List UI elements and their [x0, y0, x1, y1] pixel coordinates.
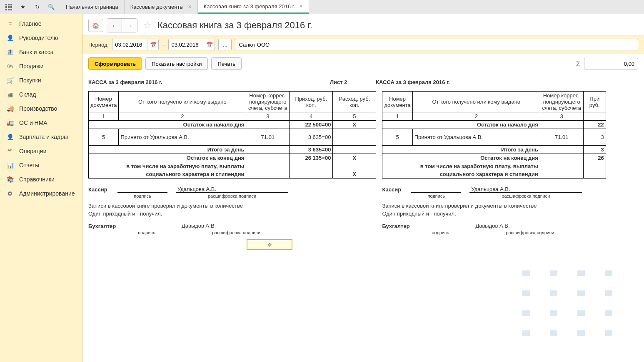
sidebar-item-sales[interactable]: 🛍Продажи	[0, 59, 82, 73]
accountant-name: Давыдов А.В.	[180, 223, 292, 229]
sidebar-item-salary[interactable]: 👤Зарплата и кадры	[0, 130, 82, 144]
col-header: Номер документа	[382, 92, 412, 112]
sidebar: ≡Главное 👤Руководителю 🏦Банк и касса 🛍Пр…	[0, 14, 82, 362]
col-header: При руб.	[583, 92, 606, 112]
col-header: Расход, руб. коп.	[333, 92, 376, 112]
sidebar-item-label: Справочники	[19, 176, 55, 183]
sum-input[interactable]	[584, 58, 638, 69]
sidebar-item-label: Покупки	[19, 77, 41, 84]
star-icon[interactable]: ★	[16, 0, 30, 14]
sidebar-item-label: Банк и касса	[19, 49, 53, 55]
sidebar-item-label: ОС и НМА	[19, 119, 47, 126]
svg-rect-7	[8, 9, 10, 10]
organization-input[interactable]	[235, 39, 638, 50]
move-cursor-icon: ✥	[267, 242, 272, 248]
svg-rect-3	[5, 6, 7, 8]
show-settings-button[interactable]: Показать настройки	[145, 57, 208, 70]
tab-label: Кассовая книга за 3 февраля 2016 г.	[204, 3, 295, 10]
bank-icon: 🏦	[5, 49, 15, 55]
sidebar-item-label: Операции	[19, 148, 47, 154]
col-header: Номер коррес-пондирующего счета, субсчет…	[540, 92, 583, 112]
home-button[interactable]: 🏠	[88, 19, 103, 32]
report-header-left: КАССА за 3 февраля 2016 г.	[88, 79, 330, 85]
sidebar-item-operations[interactable]: ᴬᵏОперации	[0, 144, 82, 158]
period-dash: –	[162, 42, 165, 48]
favorite-icon[interactable]: ☆	[143, 20, 152, 31]
svg-rect-1	[8, 4, 10, 5]
col-header: От кого получено или кому выдано	[119, 92, 246, 112]
sidebar-item-label: Главное	[19, 20, 42, 27]
calendar-icon[interactable]: 📅	[147, 39, 158, 50]
sidebar-item-label: Отчеты	[19, 162, 39, 169]
svg-rect-8	[10, 9, 12, 10]
sidebar-item-label: Руководителю	[19, 35, 58, 41]
sidebar-item-directories[interactable]: 📚Справочники	[0, 172, 82, 186]
date-to-field[interactable]	[169, 42, 204, 48]
tab-close-icon[interactable]: ✕	[188, 4, 192, 10]
sidebar-item-assets[interactable]: 🚛ОС и НМА	[0, 116, 82, 130]
sidebar-item-main[interactable]: ≡Главное	[0, 17, 82, 31]
truck-icon: 🚛	[5, 119, 15, 126]
user-icon: 👤	[5, 35, 15, 41]
forward-button: →	[122, 19, 137, 32]
tab-cash-book[interactable]: Кассовая книга за 3 февраля 2016 г.✕	[198, 0, 310, 14]
history-icon[interactable]: ↻	[30, 0, 44, 14]
page-title: Кассовая книга за 3 февраля 2016 г.	[157, 20, 312, 31]
col-header: Номер коррес-пондирующего счета, субсчет…	[246, 92, 290, 112]
sidebar-item-bank[interactable]: 🏦Банк и касса	[0, 45, 82, 59]
user-icon: 👤	[5, 134, 15, 140]
sidebar-item-label: Склад	[19, 91, 36, 98]
sidebar-item-admin[interactable]: ✿Администрирование	[0, 186, 82, 201]
calendar-icon[interactable]: 📅	[204, 39, 215, 50]
sidebar-item-manager[interactable]: 👤Руководителю	[0, 31, 82, 45]
sidebar-item-label: Продажи	[19, 63, 43, 69]
apps-icon[interactable]	[2, 0, 16, 14]
svg-rect-6	[5, 9, 7, 10]
tab-cash-docs[interactable]: Кассовые документы✕	[125, 0, 198, 14]
period-label: Период:	[88, 42, 109, 48]
cash-table-left: Номер документа От кого получено или ком…	[88, 91, 376, 179]
sidebar-item-label: Производство	[19, 105, 57, 112]
svg-rect-2	[10, 4, 12, 5]
sidebar-item-reports[interactable]: 📊Отчеты	[0, 158, 82, 172]
chart-icon: 📊	[5, 162, 15, 169]
sidebar-item-production[interactable]: 🚚Производство	[0, 102, 82, 116]
col-header: От кого получено или кому выдано	[412, 92, 540, 112]
books-icon: 📚	[5, 176, 15, 183]
cash-table-right: Номер документа От кого получено или ком…	[382, 91, 606, 179]
tab-close-icon[interactable]: ✕	[299, 4, 303, 9]
sidebar-item-warehouse[interactable]: ▦Склад	[0, 87, 82, 102]
generate-button[interactable]: Сформировать	[88, 57, 142, 70]
search-icon[interactable]: 🔍	[44, 0, 58, 14]
ops-icon: ᴬᵏ	[5, 148, 15, 154]
selected-cell[interactable]: ✥	[247, 239, 292, 250]
sidebar-item-purchases[interactable]: 🛒Покупки	[0, 73, 82, 87]
date-to-input[interactable]: 📅	[168, 39, 215, 50]
date-from-field[interactable]	[112, 42, 147, 48]
menu-icon: ≡	[5, 20, 15, 27]
report-header-right: КАССА за 3 февраля 2016 г.	[376, 79, 450, 85]
tab-label: Кассовые документы	[130, 4, 184, 10]
print-button[interactable]: Печать	[211, 57, 242, 70]
back-button[interactable]: ←	[107, 19, 122, 32]
grid-icon: ▦	[5, 91, 15, 98]
period-select-button[interactable]: ...	[218, 39, 232, 50]
gear-icon: ✿	[5, 190, 15, 197]
sigma-icon: Σ	[576, 60, 581, 68]
sidebar-item-label: Администрирование	[19, 190, 75, 197]
truck-icon: 🚚	[5, 105, 15, 112]
tab-home[interactable]: Начальная страница	[60, 0, 125, 14]
sidebar-item-label: Зарплата и кадры	[19, 134, 68, 140]
svg-rect-5	[10, 6, 12, 8]
col-header: Номер документа	[89, 92, 119, 112]
bag-icon: 🛍	[5, 63, 15, 69]
cashier-label: Кассир	[88, 186, 117, 193]
report-sheet-number: Лист 2	[330, 79, 376, 85]
accountant-label: Бухгалтер	[88, 223, 122, 229]
col-header: Приход, руб. коп.	[290, 92, 333, 112]
tab-label: Начальная страница	[66, 4, 118, 10]
cashier-name: Удальцова А.В.	[176, 186, 288, 193]
date-from-input[interactable]: 📅	[112, 39, 159, 50]
cart-icon: 🛒	[5, 77, 15, 84]
svg-rect-4	[8, 6, 10, 8]
